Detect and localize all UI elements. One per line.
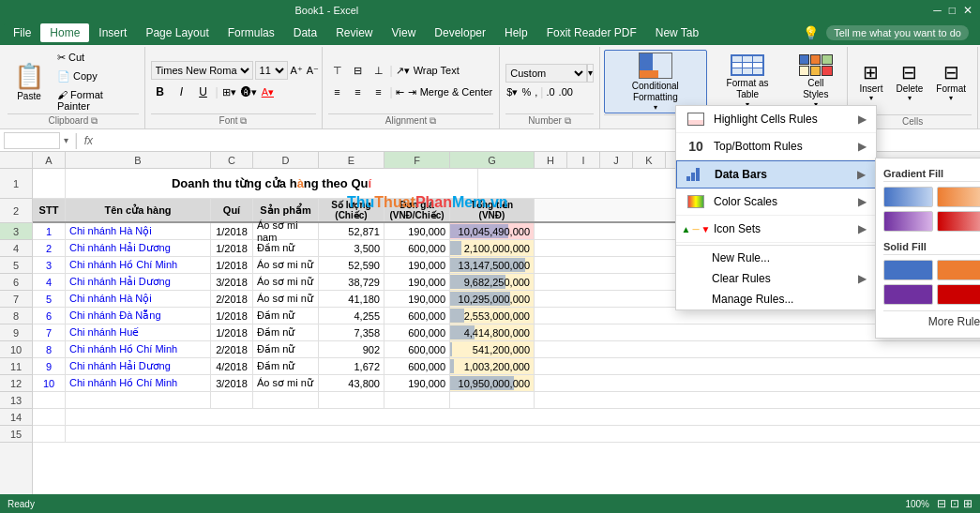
cell-styles-btn[interactable]: Cell Styles ▾ bbox=[788, 50, 843, 113]
cell-total[interactable]: 10,045,490,000 bbox=[450, 223, 535, 239]
col-header-G[interactable]: G bbox=[450, 152, 535, 168]
cell-qui[interactable]: 1/2018 bbox=[211, 308, 253, 324]
underline-btn[interactable]: U bbox=[194, 83, 213, 101]
cell-qui[interactable]: 1/2018 bbox=[211, 240, 253, 256]
cell-qty[interactable]: 7,358 bbox=[319, 324, 384, 340]
menu-review[interactable]: Review bbox=[326, 23, 382, 42]
row-num-11[interactable]: 11 bbox=[0, 358, 32, 375]
align-middle-btn[interactable]: ⊟ bbox=[349, 61, 368, 80]
cell-header-san-pham[interactable]: Sản phẩm bbox=[253, 199, 319, 221]
cell-stt[interactable]: 8 bbox=[33, 341, 66, 357]
menu-home[interactable]: Home bbox=[40, 23, 89, 42]
cell-stt[interactable]: 2 bbox=[33, 240, 66, 256]
cell-header-ten[interactable]: Tên cửa hàng bbox=[66, 199, 211, 221]
close-btn[interactable]: ✕ bbox=[963, 4, 972, 17]
menu-file[interactable]: File bbox=[4, 23, 40, 42]
cell-name[interactable]: Chi nhánh Huế bbox=[66, 324, 211, 340]
gradient-swatch-red[interactable] bbox=[937, 211, 980, 232]
cell-total[interactable]: 2,553,000,000 bbox=[450, 308, 535, 324]
cell-total[interactable]: 10,295,000,000 bbox=[450, 291, 535, 307]
font-color-btn[interactable]: A▾ bbox=[261, 85, 275, 99]
cell-total[interactable]: 2,100,000,000 bbox=[450, 240, 535, 256]
col-header-H[interactable]: H bbox=[535, 152, 567, 168]
cell-price[interactable]: 600,000 bbox=[384, 240, 450, 256]
cell-stt[interactable]: 10 bbox=[33, 375, 66, 391]
cell-name[interactable]: Chi nhánh Hải Dương bbox=[66, 240, 211, 256]
cell-product[interactable]: Áo sơ mi nữ bbox=[253, 375, 319, 391]
col-header-I[interactable]: I bbox=[567, 152, 600, 168]
cell-title[interactable]: Doanh thu từng cửa hàng theo Quí bbox=[66, 169, 478, 198]
solid-swatch-orange[interactable] bbox=[937, 260, 980, 280]
decrease-indent-btn[interactable]: ⇤ bbox=[395, 85, 405, 99]
row-num-13[interactable]: 13 bbox=[0, 392, 32, 409]
italic-btn[interactable]: I bbox=[173, 83, 191, 101]
cell-stt[interactable]: 1 bbox=[33, 223, 66, 239]
cell-qty[interactable]: 38,729 bbox=[319, 274, 384, 290]
cell-header-tong-tien[interactable]: Tổng tiền(VNĐ) bbox=[450, 199, 535, 221]
cell-total[interactable]: 9,682,250,000 bbox=[450, 274, 535, 290]
cell-stt[interactable]: 7 bbox=[33, 324, 66, 340]
cell-qty[interactable]: 41,180 bbox=[319, 291, 384, 307]
bold-btn[interactable]: B bbox=[151, 83, 170, 101]
cell-product[interactable]: Đầm nữ bbox=[253, 341, 319, 357]
menu-developer[interactable]: Developer bbox=[425, 23, 495, 42]
format-table-btn[interactable]: Format as Table ▾ bbox=[709, 50, 786, 113]
highlight-cells-item[interactable]: Highlight Cells Rules ▶ bbox=[676, 106, 876, 133]
cell-price[interactable]: 190,000 bbox=[384, 291, 450, 307]
cell-name[interactable]: Chi nhánh Hải Dương bbox=[66, 274, 211, 290]
cell-ref-box[interactable]: G3 bbox=[4, 132, 60, 149]
currency-btn[interactable]: $▾ bbox=[505, 85, 519, 99]
col-header-K[interactable]: K bbox=[633, 152, 666, 168]
insert-btn[interactable]: ⊞ Insert ▾ bbox=[853, 50, 888, 113]
cell-qty[interactable]: 52,871 bbox=[319, 223, 384, 239]
delete-btn[interactable]: ⊟ Delete ▾ bbox=[890, 50, 928, 113]
cell-product[interactable]: Đầm nữ bbox=[253, 308, 319, 324]
wrap-text-btn[interactable]: Wrap Text bbox=[413, 64, 460, 77]
number-format-select[interactable]: Custom bbox=[505, 64, 586, 83]
menu-formulas[interactable]: Formulas bbox=[219, 23, 284, 42]
row-num-14[interactable]: 14 bbox=[0, 409, 32, 426]
increase-decimal-btn[interactable]: .00 bbox=[558, 85, 574, 98]
cell-product[interactable]: Đầm nữ bbox=[253, 240, 319, 256]
more-rules-btn[interactable]: More Rules... bbox=[883, 310, 980, 330]
cell-name[interactable]: Chi nhánh Đà Nẵng bbox=[66, 308, 211, 324]
solid-swatch-purple[interactable] bbox=[883, 284, 933, 305]
cell-qui[interactable]: 1/2018 bbox=[211, 324, 253, 340]
menu-page-layout[interactable]: Page Layout bbox=[136, 23, 218, 42]
cell-price[interactable]: 600,000 bbox=[384, 308, 450, 324]
col-header-J[interactable]: J bbox=[600, 152, 633, 168]
menu-view[interactable]: View bbox=[383, 23, 426, 42]
gradient-swatch-blue[interactable] bbox=[883, 187, 933, 207]
fill-color-btn[interactable]: 🅐▾ bbox=[240, 85, 258, 99]
cell-qui[interactable]: 1/2018 bbox=[211, 223, 253, 239]
col-header-C[interactable]: C bbox=[211, 152, 253, 168]
cell-qty[interactable]: 4,255 bbox=[319, 308, 384, 324]
cell-stt[interactable]: 9 bbox=[33, 358, 66, 374]
cell-qty[interactable]: 902 bbox=[319, 341, 384, 357]
clear-rules-item[interactable]: Clear Rules ▶ bbox=[676, 268, 876, 289]
cell-product[interactable]: Đầm nữ bbox=[253, 358, 319, 374]
solid-swatch-blue[interactable] bbox=[883, 260, 933, 280]
normal-view-btn[interactable]: ⊟ bbox=[937, 497, 946, 510]
cell-name[interactable]: Chi nhánh Hồ Chí Minh bbox=[66, 341, 211, 357]
cell-stt[interactable]: 5 bbox=[33, 291, 66, 307]
menu-insert[interactable]: Insert bbox=[89, 23, 136, 42]
cell-total[interactable]: 541,200,000 bbox=[450, 341, 535, 357]
align-right-btn[interactable]: ≡ bbox=[369, 83, 388, 101]
comma-btn[interactable]: , bbox=[534, 85, 538, 98]
cell-qui[interactable]: 2/2018 bbox=[211, 291, 253, 307]
format-btn[interactable]: ⊟ Format ▾ bbox=[930, 50, 972, 113]
icon-sets-item[interactable]: ▲ ─ ▼ Icon Sets ▶ bbox=[676, 216, 876, 243]
cell-A1[interactable] bbox=[33, 169, 66, 198]
copy-button[interactable]: 📄 Copy bbox=[53, 68, 139, 84]
cell-qui[interactable]: 3/2018 bbox=[211, 375, 253, 391]
tell-me-input[interactable]: Tell me what you want to do bbox=[826, 25, 969, 40]
cell-header-stt[interactable]: STT bbox=[33, 199, 66, 221]
cell-qui[interactable]: 1/2018 bbox=[211, 257, 253, 273]
align-bottom-btn[interactable]: ⊥ bbox=[369, 61, 388, 80]
cell-product[interactable]: Áo sơ mi nữ bbox=[253, 291, 319, 307]
font-size-select[interactable]: 11 bbox=[255, 61, 288, 80]
cell-price[interactable]: 600,000 bbox=[384, 341, 450, 357]
cell-price[interactable]: 190,000 bbox=[384, 223, 450, 239]
maximize-btn[interactable]: □ bbox=[949, 4, 956, 17]
